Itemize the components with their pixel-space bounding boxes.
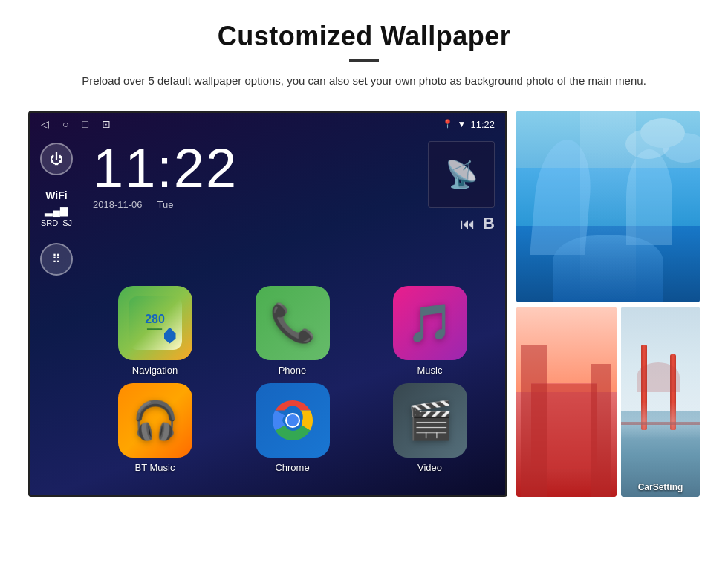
- back-icon[interactable]: ◁: [41, 118, 49, 130]
- status-time: 11:22: [470, 119, 495, 130]
- wifi-label: WiFi: [41, 189, 72, 204]
- page-description: Preload over 5 default wallpaper options…: [45, 72, 683, 90]
- wallpaper-top[interactable]: [516, 111, 700, 302]
- wifi-info: WiFi ▂▄▆ SRD_SJ: [41, 189, 72, 230]
- wallpaper-bottom-container: CarSetting: [516, 307, 700, 497]
- app-navigation[interactable]: 280 ━━━━ Navigation: [90, 286, 220, 376]
- music-label: Music: [417, 365, 443, 376]
- location-icon: 📍: [442, 119, 453, 129]
- day-value: Tue: [157, 199, 174, 210]
- ice-cave-wallpaper: [516, 111, 700, 302]
- power-icon: ⏻: [50, 152, 63, 167]
- wifi-network: SRD_SJ: [41, 218, 72, 229]
- app-music[interactable]: 🎵 Music: [365, 286, 495, 376]
- page-title: Customized Wallpaper: [45, 21, 683, 52]
- main-content: ◁ ○ □ ⊡ 📍 ▼ 11:22 ⏻ WiFi ▂▄▆ SRD: [0, 111, 728, 497]
- phone-label: Phone: [279, 365, 307, 376]
- wallpaper-bottom-right[interactable]: CarSetting: [621, 307, 700, 497]
- wifi-signal: ▂▄▆: [41, 204, 72, 218]
- nav-buttons: ◁ ○ □ ⊡: [41, 118, 111, 130]
- svg-point-2: [287, 414, 299, 426]
- apps-button[interactable]: ⠿: [40, 243, 73, 276]
- date-value: 2018-11-06: [93, 199, 143, 210]
- video-label: Video: [417, 462, 442, 473]
- grid-icon: ⠿: [52, 252, 61, 266]
- broadcast-icon: 📡: [445, 159, 478, 190]
- building-wallpaper: [516, 307, 617, 497]
- app-bt-music[interactable]: 🎧 BT Music: [90, 383, 220, 473]
- phone-icon: 📞: [256, 286, 330, 360]
- chrome-icon: [256, 383, 330, 458]
- video-icon: 🎬: [393, 383, 467, 458]
- bridge-wallpaper: [621, 307, 700, 497]
- car-setting-label: CarSetting: [638, 482, 683, 492]
- navigation-icon: 280 ━━━━: [118, 286, 192, 360]
- status-bar: ◁ ○ □ ⊡ 📍 ▼ 11:22: [30, 113, 505, 135]
- recents-icon[interactable]: □: [82, 118, 88, 130]
- page-header: Customized Wallpaper Preload over 5 defa…: [0, 0, 728, 103]
- content-area: ⏻ WiFi ▂▄▆ SRD_SJ ⠿ 11:22 2018-11-06 Tue: [30, 135, 505, 276]
- app-grid: 280 ━━━━ Navigation 📞 Phone 🎵: [30, 279, 505, 484]
- home-icon[interactable]: ○: [62, 118, 68, 130]
- bt-music-icon: 🎧: [118, 383, 192, 458]
- screenshot-icon[interactable]: ⊡: [102, 118, 111, 130]
- status-icons: 📍 ▼ 11:22: [442, 119, 495, 130]
- navigation-label: Navigation: [132, 365, 178, 376]
- media-area: 📡 ⏮ B: [428, 141, 495, 233]
- wallpaper-thumbnails: CarSetting: [516, 111, 700, 497]
- signal-icon: ▼: [458, 119, 467, 129]
- chrome-svg: [270, 397, 316, 443]
- chrome-label: Chrome: [275, 462, 309, 473]
- app-video[interactable]: 🎬 Video: [365, 383, 495, 473]
- letter-b: B: [483, 214, 495, 233]
- app-phone[interactable]: 📞 Phone: [227, 286, 357, 376]
- left-sidebar: ⏻ WiFi ▂▄▆ SRD_SJ ⠿: [30, 135, 82, 276]
- app-chrome[interactable]: Chrome: [227, 383, 357, 473]
- power-button[interactable]: ⏻: [40, 143, 73, 175]
- wallpaper-bottom-left[interactable]: [516, 307, 617, 497]
- media-controls: ⏮ B: [461, 214, 495, 233]
- bt-music-label: BT Music: [135, 462, 175, 473]
- media-icon-box: 📡: [428, 141, 495, 208]
- music-icon: 🎵: [393, 286, 467, 360]
- prev-icon[interactable]: ⏮: [461, 215, 475, 232]
- title-divider: [349, 59, 379, 62]
- android-screen: ◁ ○ □ ⊡ 📍 ▼ 11:22 ⏻ WiFi ▂▄▆ SRD: [28, 111, 507, 497]
